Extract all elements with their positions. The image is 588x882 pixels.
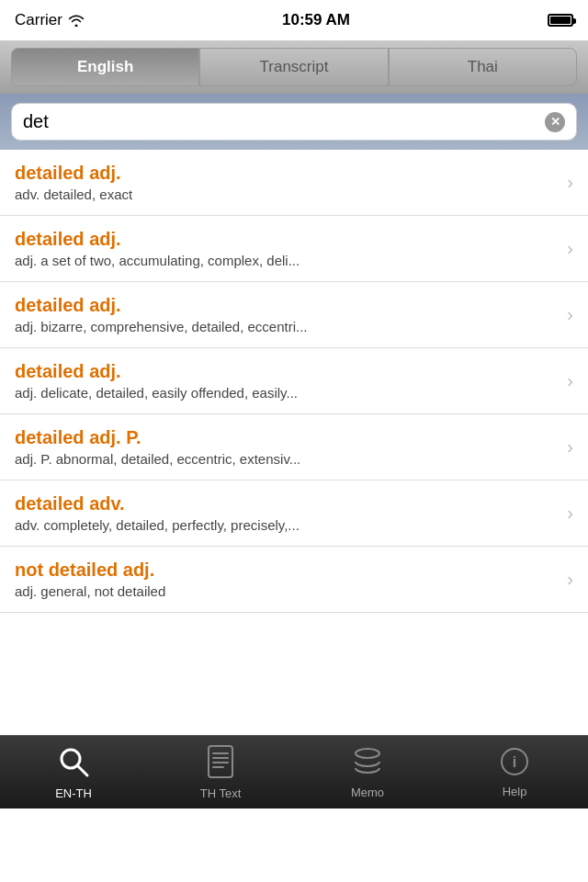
svg-point-7: [356, 749, 379, 758]
result-item[interactable]: detailed adv. adv. completely, detailed,…: [0, 481, 588, 547]
chevron-right-icon: ›: [567, 569, 573, 590]
bottom-tab-en-th-label: EN-TH: [55, 786, 92, 800]
battery-fill: [550, 17, 571, 24]
bottom-tab-th-text[interactable]: TH Text: [147, 736, 294, 808]
svg-line-1: [77, 765, 87, 775]
battery-indicator: [548, 14, 573, 27]
svg-text:i: i: [513, 754, 516, 770]
clear-button[interactable]: [545, 112, 565, 132]
tab-thai-label: Thai: [468, 58, 498, 75]
wifi-icon: [68, 14, 85, 27]
result-title: detailed adj.: [15, 229, 560, 250]
top-tab-bar: English Transcript Thai: [0, 40, 588, 94]
bottom-tab-bar: EN-TH TH Text: [0, 735, 588, 808]
result-item[interactable]: detailed adj. adj. bizarre, comprehensiv…: [0, 282, 588, 348]
search-icon: [57, 745, 90, 783]
result-content: detailed adj. adj. delicate, detailed, e…: [15, 361, 560, 401]
result-description: adj. general, not detailed: [15, 583, 560, 599]
chevron-right-icon: ›: [567, 172, 573, 193]
result-title: detailed adj.: [15, 295, 560, 316]
chevron-right-icon: ›: [567, 304, 573, 325]
bottom-tab-help-label: Help: [503, 785, 527, 798]
bottom-tab-en-th[interactable]: EN-TH: [0, 736, 147, 808]
result-description: adj. bizarre, comprehensive, detailed, e…: [15, 319, 560, 334]
bottom-tab-help[interactable]: i Help: [441, 736, 588, 808]
result-content: detailed adj. P. adj. P. abnormal, detai…: [15, 427, 560, 467]
result-item[interactable]: not detailed adj. adj. general, not deta…: [0, 547, 588, 613]
bottom-tab-memo-label: Memo: [351, 786, 384, 799]
result-title: detailed adj. P.: [15, 427, 560, 448]
chevron-right-icon: ›: [567, 436, 573, 458]
bottom-tab-memo[interactable]: Memo: [294, 736, 441, 808]
result-title: detailed adj.: [15, 163, 560, 184]
search-input-wrapper: [11, 103, 577, 141]
carrier-label: Carrier: [15, 11, 85, 29]
main-content: English Transcript Thai detailed adj. ad…: [0, 40, 588, 808]
result-item[interactable]: detailed adj. adj. a set of two, accumul…: [0, 216, 588, 282]
results-list: detailed adj. adv. detailed, exact › det…: [0, 150, 588, 735]
result-title: detailed adj.: [15, 361, 560, 382]
search-input[interactable]: [23, 111, 545, 132]
result-title: detailed adv.: [15, 493, 560, 514]
chevron-right-icon: ›: [567, 238, 573, 259]
document-icon: [207, 745, 234, 783]
carrier-text: Carrier: [15, 11, 62, 29]
tab-transcript[interactable]: Transcript: [199, 48, 388, 86]
tab-english[interactable]: English: [11, 48, 199, 86]
tab-transcript-label: Transcript: [260, 58, 329, 75]
bottom-tab-th-text-label: TH Text: [200, 786, 242, 800]
chevron-right-icon: ›: [567, 503, 573, 524]
battery-box: [548, 14, 573, 27]
chevron-right-icon: ›: [567, 370, 573, 391]
result-item[interactable]: detailed adj. adv. detailed, exact ›: [0, 150, 588, 216]
result-content: detailed adj. adv. detailed, exact: [15, 163, 560, 202]
result-description: adv. completely, detailed, perfectly, pr…: [15, 517, 560, 533]
result-description: adj. a set of two, accumulating, complex…: [15, 253, 560, 268]
result-title: not detailed adj.: [15, 560, 560, 581]
info-icon: i: [500, 747, 529, 781]
result-description: adv. detailed, exact: [15, 187, 560, 202]
status-time: 10:59 AM: [282, 11, 350, 29]
search-bar: [0, 94, 588, 150]
result-content: detailed adv. adv. completely, detailed,…: [15, 493, 560, 533]
tab-thai[interactable]: Thai: [389, 48, 577, 86]
status-bar: Carrier 10:59 AM: [0, 0, 588, 40]
result-item[interactable]: detailed adj. P. adj. P. abnormal, detai…: [0, 414, 588, 481]
layers-icon: [352, 746, 383, 782]
result-description: adj. delicate, detailed, easily offended…: [15, 385, 560, 401]
result-content: not detailed adj. adj. general, not deta…: [15, 560, 560, 599]
result-content: detailed adj. adj. a set of two, accumul…: [15, 229, 560, 268]
result-item[interactable]: detailed adj. adj. delicate, detailed, e…: [0, 348, 588, 414]
tab-english-label: English: [77, 58, 133, 75]
result-content: detailed adj. adj. bizarre, comprehensiv…: [15, 295, 560, 334]
result-description: adj. P. abnormal, detailed, eccentric, e…: [15, 451, 560, 467]
